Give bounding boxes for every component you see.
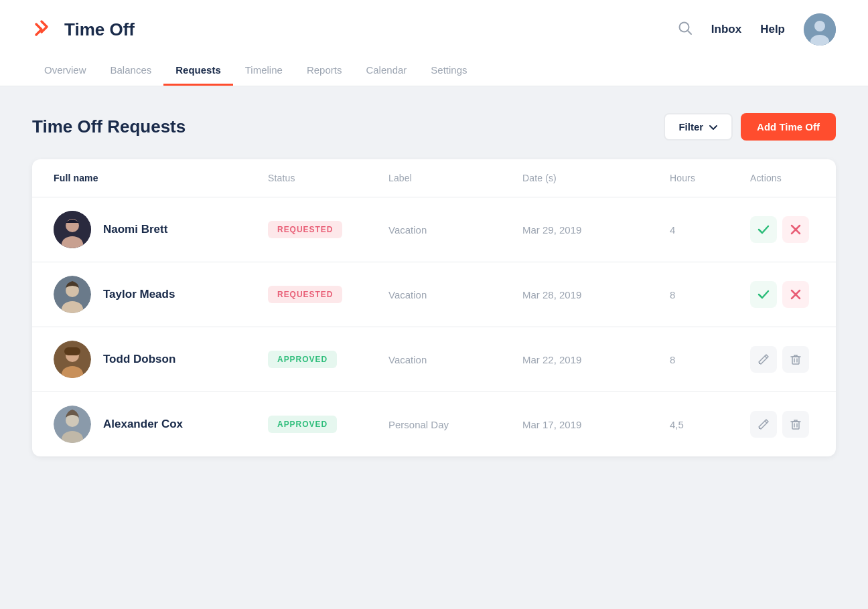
x-icon <box>789 223 802 236</box>
date-cell: Mar 22, 2019 <box>522 354 670 365</box>
tab-reports[interactable]: Reports <box>295 56 354 86</box>
trash-icon <box>790 418 802 430</box>
status-badge: REQUESTED <box>268 286 342 303</box>
delete-button[interactable] <box>782 411 809 438</box>
person-cell: Alexander Cox <box>54 406 268 443</box>
person-name: Taylor Meads <box>103 288 175 301</box>
hours-cell: 4 <box>670 224 750 236</box>
actions-cell <box>750 411 836 438</box>
avatar <box>54 276 91 313</box>
user-avatar[interactable] <box>804 13 836 46</box>
col-hours: Hours <box>670 173 750 183</box>
delete-button[interactable] <box>782 346 809 373</box>
logo: Time Off <box>32 17 135 41</box>
avatar-image <box>804 13 836 46</box>
status-badge: REQUESTED <box>268 221 342 238</box>
person-name: Alexander Cox <box>103 418 183 431</box>
main-content: Time Off Requests Filter Add Time Off Fu… <box>0 86 868 483</box>
header-top: Time Off Inbox Help <box>32 0 836 56</box>
col-full-name: Full name <box>54 173 268 183</box>
hours-cell: 8 <box>670 354 750 365</box>
status-cell: APPROVED <box>268 416 388 433</box>
col-status: Status <box>268 173 388 183</box>
header: Time Off Inbox Help Overview Balances <box>0 0 868 86</box>
actions-cell <box>750 216 836 243</box>
search-icon <box>678 21 693 35</box>
svg-rect-14 <box>792 357 799 364</box>
page-header: Time Off Requests Filter Add Time Off <box>32 113 836 141</box>
actions-cell <box>750 346 836 373</box>
label-cell: Vacation <box>388 354 522 365</box>
tab-settings[interactable]: Settings <box>419 56 479 86</box>
status-cell: APPROVED <box>268 351 388 368</box>
table-row: Taylor Meads REQUESTED Vacation Mar 28, … <box>32 262 836 327</box>
logo-text: Time Off <box>64 19 135 40</box>
approve-button[interactable] <box>750 281 777 308</box>
person-cell: Taylor Meads <box>54 276 268 313</box>
person-name: Todd Dobson <box>103 353 175 366</box>
table-row: Todd Dobson APPROVED Vacation Mar 22, 20… <box>32 327 836 392</box>
status-badge: APPROVED <box>268 416 337 433</box>
hours-cell: 4,5 <box>670 419 750 430</box>
label-cell: Vacation <box>388 289 522 300</box>
filter-label: Filter <box>678 121 703 133</box>
pencil-icon <box>757 418 770 430</box>
page-actions: Filter Add Time Off <box>664 113 836 141</box>
label-cell: Personal Day <box>388 419 522 430</box>
tab-timeline[interactable]: Timeline <box>233 56 295 86</box>
tab-calendar[interactable]: Calendar <box>354 56 419 86</box>
chevron-down-icon <box>709 122 718 132</box>
status-cell: REQUESTED <box>268 221 388 238</box>
add-time-off-button[interactable]: Add Time Off <box>741 113 836 141</box>
svg-rect-18 <box>792 422 799 429</box>
pencil-icon <box>757 353 770 365</box>
taylor-avatar-img <box>54 276 91 313</box>
logo-icon <box>32 17 56 41</box>
col-dates: Date (s) <box>522 173 670 183</box>
deny-button[interactable] <box>782 281 809 308</box>
date-cell: Mar 28, 2019 <box>522 289 670 300</box>
todd-avatar-img <box>54 341 91 378</box>
inbox-button[interactable]: Inbox <box>711 23 741 36</box>
filter-button[interactable]: Filter <box>664 113 733 141</box>
hours-cell: 8 <box>670 289 750 300</box>
edit-button[interactable] <box>750 411 777 438</box>
status-cell: REQUESTED <box>268 286 388 303</box>
table-row: Alexander Cox APPROVED Personal Day Mar … <box>32 392 836 456</box>
search-button[interactable] <box>678 21 693 39</box>
col-actions: Actions <box>750 173 836 183</box>
check-icon <box>757 223 770 236</box>
person-cell: Naomi Brett <box>54 211 268 248</box>
person-name: Naomi Brett <box>103 223 167 236</box>
avatar <box>54 211 91 248</box>
help-button[interactable]: Help <box>760 23 785 36</box>
trash-icon <box>790 353 802 365</box>
approve-button[interactable] <box>750 216 777 243</box>
label-cell: Vacation <box>388 224 522 236</box>
naomi-avatar-img <box>54 211 91 248</box>
header-right: Inbox Help <box>678 13 836 46</box>
date-cell: Mar 29, 2019 <box>522 224 670 236</box>
tab-requests[interactable]: Requests <box>163 56 233 86</box>
x-icon <box>789 288 802 301</box>
person-cell: Todd Dobson <box>54 341 268 378</box>
tab-balances[interactable]: Balances <box>98 56 164 86</box>
actions-cell <box>750 281 836 308</box>
avatar <box>54 341 91 378</box>
status-badge: APPROVED <box>268 351 337 368</box>
table-row: Naomi Brett REQUESTED Vacation Mar 29, 2… <box>32 197 836 262</box>
alex-avatar-img <box>54 406 91 443</box>
edit-button[interactable] <box>750 346 777 373</box>
date-cell: Mar 17, 2019 <box>522 419 670 430</box>
requests-table: Full name Status Label Date (s) Hours Ac… <box>32 159 836 456</box>
check-icon <box>757 288 770 301</box>
svg-rect-13 <box>64 347 80 355</box>
page-title: Time Off Requests <box>32 116 186 137</box>
col-label: Label <box>388 173 522 183</box>
nav-tabs: Overview Balances Requests Timeline Repo… <box>32 56 836 86</box>
tab-overview[interactable]: Overview <box>32 56 98 86</box>
deny-button[interactable] <box>782 216 809 243</box>
avatar <box>54 406 91 443</box>
table-header: Full name Status Label Date (s) Hours Ac… <box>32 159 836 197</box>
svg-point-2 <box>814 21 825 31</box>
